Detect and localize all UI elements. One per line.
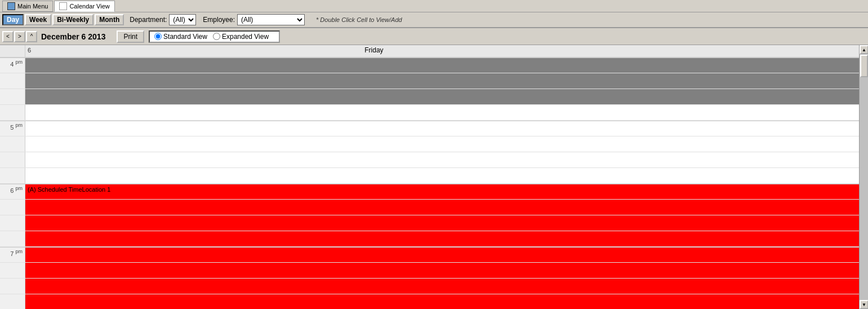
day-header: 6 Friday [0, 45, 859, 58]
scroll-down-button[interactable]: ▼ [860, 300, 868, 309]
cell-4pm-3[interactable] [25, 89, 859, 104]
standard-view-option[interactable]: Standard View [154, 33, 207, 41]
header-time-gutter [0, 45, 25, 57]
slot-7pm-3 [0, 279, 859, 294]
next-button[interactable]: > [14, 31, 25, 42]
employee-select[interactable]: (All) [237, 14, 305, 25]
print-button[interactable]: Print [117, 30, 144, 43]
cell-7pm-4[interactable] [25, 294, 859, 309]
slot-4pm-4 [0, 105, 859, 121]
time-7pm: 7 pm [0, 248, 25, 262]
biweekly-button[interactable]: Bi-Weekly [52, 14, 94, 25]
cell-5pm-4[interactable] [25, 168, 859, 183]
scroll-up-button[interactable]: ▲ [860, 45, 868, 54]
toolbar-row: < > ^ December 6 2013 Print Standard Vie… [0, 28, 868, 45]
month-button[interactable]: Month [95, 14, 124, 25]
cell-4pm-2[interactable] [25, 73, 859, 89]
department-label: Department: [130, 16, 167, 24]
slot-7pm-4 [0, 294, 859, 309]
slot-6pm-2 [0, 200, 859, 215]
nav-arrows: < > ^ [2, 31, 38, 42]
day-header-cell: 6 Friday [25, 45, 859, 57]
cell-7pm-2[interactable] [25, 263, 859, 278]
department-select[interactable]: (All) [169, 14, 196, 25]
cell-4pm-4[interactable] [25, 105, 859, 120]
slot-5pm-1: 5 pm [0, 121, 859, 136]
calendar-view-label: Calendar View [69, 3, 109, 10]
prev-button[interactable]: < [2, 31, 14, 42]
cell-6pm-2[interactable] [25, 200, 859, 215]
hint-text: * Double Click Cell to View/Add [316, 16, 402, 23]
date-title: December 6 2013 [41, 32, 105, 41]
cell-5pm-1[interactable] [25, 121, 859, 136]
time-6pm: 6 pm [0, 184, 25, 199]
slot-5pm-3 [0, 152, 859, 168]
calendar-area: 6 Friday 4 pm [0, 45, 868, 309]
slot-4pm-2 [0, 73, 859, 89]
calendar-view-tab[interactable]: Calendar View [54, 1, 114, 12]
slot-4pm-3 [0, 89, 859, 105]
slot-4pm-1: 4 pm [0, 58, 859, 73]
event-label: (A) Scheduled TimeLocation 1 [28, 186, 110, 193]
cell-5pm-3[interactable] [25, 152, 859, 167]
cell-7pm-1[interactable] [25, 248, 859, 262]
scrollbar[interactable]: ▲ ▼ [859, 45, 868, 309]
day-name: Friday [364, 46, 383, 54]
expanded-view-option[interactable]: Expanded View [213, 33, 269, 41]
grid-wrapper: 6 Friday 4 pm [0, 45, 859, 309]
main-menu-label: Main Menu [17, 3, 48, 10]
view-options: Standard View Expanded View [149, 30, 280, 43]
slot-6pm-3 [0, 215, 859, 231]
up-button[interactable]: ^ [26, 31, 37, 42]
cell-7pm-3[interactable] [25, 279, 859, 294]
employee-label: Employee: [203, 16, 235, 24]
time-5pm: 5 pm [0, 121, 25, 136]
cell-6pm-3[interactable] [25, 215, 859, 231]
time-grid: 4 pm 5 pm [0, 58, 859, 309]
nav-bar: Day Week Bi-Weekly Month Department: (Al… [0, 12, 868, 28]
expanded-view-label: Expanded View [222, 33, 269, 41]
slot-6pm-4 [0, 231, 859, 247]
scroll-track [860, 54, 868, 300]
calendar-icon [59, 2, 67, 10]
expanded-view-radio[interactable] [213, 33, 220, 40]
cell-6pm-1[interactable]: (A) Scheduled TimeLocation 1 [25, 184, 859, 199]
day-button[interactable]: Day [2, 14, 24, 25]
standard-view-radio[interactable] [154, 33, 162, 40]
cell-5pm-2[interactable] [25, 136, 859, 152]
main-menu-icon [7, 2, 15, 10]
cell-6pm-4[interactable] [25, 231, 859, 246]
slot-5pm-2 [0, 136, 859, 152]
slot-7pm-1: 7 pm [0, 247, 859, 263]
cell-4pm-1[interactable] [25, 58, 859, 73]
slot-6pm-1: 6 pm (A) Scheduled TimeLocation 1 [0, 184, 859, 200]
main-menu-tab[interactable]: Main Menu [2, 1, 53, 12]
slot-5pm-4 [0, 168, 859, 184]
time-4pm: 4 pm [0, 58, 25, 73]
standard-view-label: Standard View [163, 33, 207, 41]
week-button[interactable]: Week [25, 14, 51, 25]
day-number: 6 [28, 47, 31, 54]
title-bar: Main Menu Calendar View [0, 0, 868, 12]
slot-7pm-2 [0, 263, 859, 279]
scroll-thumb[interactable] [860, 55, 868, 77]
